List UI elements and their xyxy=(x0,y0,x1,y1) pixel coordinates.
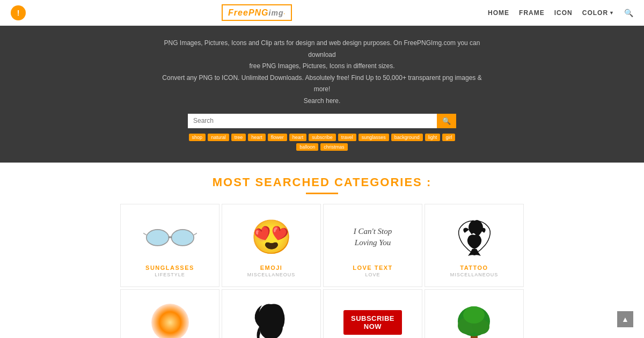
category-card-tattoo[interactable]: TATTOO MISCELLANEOUS xyxy=(425,204,524,287)
hero-section: PNG Images, Pictures, Icons and Clip art… xyxy=(0,26,644,163)
search-input[interactable] xyxy=(188,114,437,128)
tag-background[interactable]: background xyxy=(391,134,423,141)
category-card-love-text[interactable]: I Can't Stop Loving You LOVE TEXT LOVE xyxy=(323,204,422,287)
category-card-subscribe[interactable]: SUBSCRIBE NOW SUBSCRIBE INTERNET xyxy=(323,289,422,338)
header-search-icon[interactable]: 🔍 xyxy=(624,9,633,17)
category-title-sunglasses: SUNGLASSES xyxy=(145,264,194,271)
svg-point-0 xyxy=(146,229,169,245)
love-text-image: I Can't Stop Loving You xyxy=(346,213,400,261)
tag-christmas[interactable]: christmas xyxy=(320,143,348,151)
tag-tree[interactable]: tree xyxy=(231,134,246,141)
subscribe-image: SUBSCRIBE NOW xyxy=(346,298,400,338)
category-card-emoji[interactable]: 😍 EMOJI MISCELLANEOUS xyxy=(222,204,321,287)
site-logo[interactable]: FreePNGimg· xyxy=(222,4,292,21)
light-image xyxy=(143,298,197,338)
site-logo-icon: ! xyxy=(11,5,26,20)
category-card-sunglasses[interactable]: SUNGLASSES LIFESTYLE xyxy=(120,204,219,287)
category-card-hair[interactable]: HAIR PEOPLE xyxy=(222,289,321,338)
nav-frame[interactable]: FRAME xyxy=(519,9,545,17)
hero-tags: shop natural tree heart flower heart sub… xyxy=(182,134,462,151)
header: ! FreePNGimg· HOME FRAME ICON COLOR ▼ 🔍 xyxy=(0,0,644,26)
tag-girl[interactable]: girl xyxy=(442,134,455,141)
heading-underline xyxy=(306,193,338,194)
tag-shop[interactable]: shop xyxy=(189,134,206,141)
category-title-love-text: LOVE TEXT xyxy=(353,264,393,271)
svg-line-3 xyxy=(143,233,147,234)
tree-image xyxy=(448,298,501,338)
category-sub-tattoo: MISCELLANEOUS xyxy=(450,272,499,277)
light-glow xyxy=(151,304,189,338)
category-title-tattoo: TATTOO xyxy=(460,264,488,271)
tag-natural[interactable]: natural xyxy=(208,134,229,141)
tag-heart[interactable]: heart xyxy=(248,134,266,141)
category-sub-emoji: MISCELLANEOUS xyxy=(247,272,296,277)
subscribe-now-button[interactable]: SUBSCRIBE NOW xyxy=(343,310,402,335)
hair-image xyxy=(245,298,298,338)
tag-travel[interactable]: travel xyxy=(338,134,356,141)
nav-color[interactable]: COLOR ▼ xyxy=(582,9,614,17)
tag-subscribe[interactable]: subscribe xyxy=(309,134,336,141)
most-searched-heading: MOST SEARCHED CATEGORIES : xyxy=(0,163,644,203)
tattoo-image xyxy=(448,213,501,261)
sunglasses-image xyxy=(143,213,197,261)
tag-balloon[interactable]: balloon xyxy=(296,143,318,151)
hero-description: PNG Images, Pictures, Icons and Clip art… xyxy=(156,38,488,107)
hero-search-bar[interactable]: 🔍 xyxy=(188,114,456,128)
category-sub-love-text: LOVE xyxy=(365,272,380,277)
category-sub-sunglasses: LIFESTYLE xyxy=(155,272,185,277)
tag-flower[interactable]: flower xyxy=(268,134,287,141)
search-button[interactable]: 🔍 xyxy=(437,114,456,128)
nav-icon[interactable]: ICON xyxy=(554,9,573,17)
category-card-light[interactable]: LIGHT ARTISTIC xyxy=(120,289,219,338)
tag-sunglasses[interactable]: sunglasses xyxy=(358,134,389,141)
emoji-image: 😍 xyxy=(245,213,298,261)
svg-point-10 xyxy=(463,306,485,324)
category-grid: SUNGLASSES LIFESTYLE 😍 EMOJI MISCELLANEO… xyxy=(80,203,564,338)
category-title-emoji: EMOJI xyxy=(260,264,283,271)
main-nav: HOME FRAME ICON COLOR ▼ 🔍 xyxy=(488,9,633,17)
scroll-to-top-button[interactable]: ▲ xyxy=(617,311,633,327)
svg-point-1 xyxy=(171,229,194,245)
tag-light[interactable]: light xyxy=(425,134,441,141)
svg-line-4 xyxy=(194,233,197,234)
category-card-tree[interactable]: TREE NATURE xyxy=(425,289,524,338)
most-searched-title: MOST SEARCHED CATEGORIES : xyxy=(0,175,644,189)
tag-heart2[interactable]: heart xyxy=(289,134,307,141)
color-dropdown-arrow: ▼ xyxy=(609,10,614,16)
nav-home[interactable]: HOME xyxy=(488,9,509,17)
